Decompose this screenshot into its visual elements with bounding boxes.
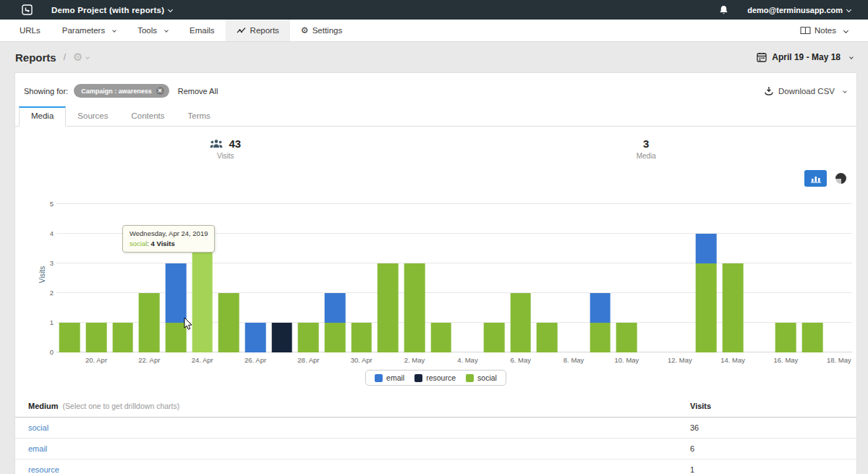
chart-day-may-12: 12. May bbox=[666, 204, 693, 352]
bar-stack bbox=[271, 323, 292, 352]
bar-segment-social[interactable] bbox=[325, 323, 346, 352]
bar-segment-social[interactable] bbox=[802, 323, 823, 352]
page-header: Reports / ⚙ April 19 - May 18 bbox=[0, 42, 868, 72]
nav-item-parameters[interactable]: Parameters bbox=[51, 20, 127, 41]
nav-item-tools[interactable]: Tools bbox=[127, 20, 179, 41]
main-nav: URLs Parameters Tools Emails Reports ⚙ S… bbox=[0, 20, 868, 42]
chart-day-apr-28: 28. Apr bbox=[295, 204, 322, 352]
nav-label: Settings bbox=[312, 26, 343, 35]
stat-media: 3 Media bbox=[436, 137, 857, 160]
bar-segment-social[interactable] bbox=[86, 323, 107, 352]
project-selector[interactable]: Demo Project (with reports) bbox=[51, 6, 172, 14]
download-csv-button[interactable]: Download CSV bbox=[764, 86, 846, 96]
bar-segment-social[interactable] bbox=[139, 293, 160, 352]
legend-item-social[interactable]: social bbox=[466, 373, 497, 382]
legend-item-email[interactable]: email bbox=[375, 373, 404, 382]
bar-segment-email[interactable] bbox=[696, 234, 717, 263]
x-tick-label: 6. May bbox=[510, 356, 531, 364]
x-tick-label: 22. Apr bbox=[138, 356, 160, 364]
bar-stack bbox=[59, 323, 80, 352]
tab-media[interactable]: Media bbox=[19, 106, 66, 127]
report-settings-button[interactable]: ⚙ bbox=[73, 51, 89, 64]
legend-box: emailresourcesocial bbox=[365, 370, 506, 386]
bar-chart-toggle-button[interactable] bbox=[804, 170, 827, 187]
bar-stack bbox=[616, 323, 637, 352]
filter-bar: Showing for: Campaign : awareness ✕ Remo… bbox=[15, 73, 856, 104]
tab-contents[interactable]: Contents bbox=[120, 106, 176, 127]
bar-segment-social[interactable] bbox=[218, 293, 239, 352]
bar-segment-email[interactable] bbox=[590, 293, 610, 323]
filter-chip-campaign-awareness[interactable]: Campaign : awareness ✕ bbox=[74, 84, 169, 98]
medium-link-resource[interactable]: resource bbox=[28, 465, 59, 474]
bar-stack bbox=[298, 323, 319, 352]
tab-sources[interactable]: Sources bbox=[66, 106, 119, 127]
medium-link-email[interactable]: email bbox=[28, 444, 47, 453]
nav-item-settings[interactable]: ⚙ Settings bbox=[290, 20, 353, 41]
remove-all-button[interactable]: Remove All bbox=[178, 87, 218, 96]
bar-stack bbox=[325, 293, 346, 352]
x-tick-label: 14. May bbox=[720, 356, 745, 364]
topbar: Demo Project (with reports) demo@terminu… bbox=[0, 0, 868, 20]
medium-cell: resource bbox=[15, 465, 690, 474]
pie-chart-toggle-button[interactable] bbox=[835, 173, 846, 184]
notifications-bell-icon[interactable] bbox=[719, 5, 728, 15]
bar-segment-social[interactable] bbox=[298, 323, 319, 352]
tooltip-value-line: social: 4 Visits bbox=[129, 240, 208, 247]
bar-segment-social[interactable] bbox=[590, 323, 610, 352]
x-tick-label: 8. May bbox=[563, 356, 584, 364]
stat-visits: 43 Visits bbox=[15, 137, 436, 160]
bar-stack bbox=[112, 323, 133, 352]
bar-segment-social[interactable] bbox=[696, 263, 717, 352]
bar-segment-resource[interactable] bbox=[271, 323, 292, 352]
bar-segment-social[interactable] bbox=[112, 323, 133, 352]
date-range-picker[interactable]: April 19 - May 18 bbox=[757, 52, 853, 62]
bar-segment-social[interactable] bbox=[404, 263, 425, 352]
chart-day-may-18: 18. May bbox=[825, 204, 852, 352]
visits-cell: 1 bbox=[690, 465, 856, 474]
bar-segment-social[interactable] bbox=[510, 293, 531, 352]
download-icon bbox=[764, 86, 774, 96]
table-row-social: social36 bbox=[15, 418, 856, 439]
nav-item-urls[interactable]: URLs bbox=[9, 20, 51, 41]
nav-item-emails[interactable]: Emails bbox=[179, 20, 226, 41]
bar-segment-social[interactable] bbox=[351, 323, 372, 352]
app-logo-icon[interactable] bbox=[22, 4, 33, 15]
nav-spacer bbox=[353, 20, 793, 41]
chevron-down-icon bbox=[843, 27, 848, 33]
remove-filter-icon[interactable]: ✕ bbox=[156, 87, 164, 95]
bar-segment-social[interactable] bbox=[775, 323, 796, 352]
bar-segment-email[interactable] bbox=[245, 323, 266, 352]
nav-item-reports[interactable]: Reports bbox=[226, 20, 290, 41]
chart-day-apr-30: 30. Apr bbox=[348, 204, 375, 352]
legend-item-resource[interactable]: resource bbox=[414, 373, 456, 382]
nav-label: Reports bbox=[250, 26, 279, 35]
bar-segment-social[interactable] bbox=[484, 323, 505, 352]
bar-segment-social[interactable] bbox=[616, 323, 637, 352]
bar-segment-social[interactable] bbox=[59, 323, 80, 352]
user-account-menu[interactable]: demo@terminusapp.com bbox=[747, 6, 851, 14]
tab-terms[interactable]: Terms bbox=[176, 106, 222, 127]
medium-column-note: (Select one to get drilldown charts) bbox=[63, 402, 180, 410]
bar-segment-social[interactable] bbox=[378, 263, 399, 352]
chart-day-apr-27 bbox=[268, 204, 295, 352]
chevron-down-icon bbox=[86, 55, 90, 59]
bar-segment-email[interactable] bbox=[325, 293, 346, 323]
chart-day-may-5 bbox=[481, 204, 508, 352]
bar-segment-social[interactable] bbox=[723, 263, 744, 352]
bar-segment-social[interactable] bbox=[430, 323, 451, 352]
chart-day-may-1 bbox=[375, 204, 401, 352]
chevron-down-icon bbox=[849, 55, 854, 59]
bar-segment-email[interactable] bbox=[166, 263, 187, 323]
medium-link-social[interactable]: social bbox=[28, 423, 48, 432]
chevron-down-icon bbox=[843, 89, 847, 93]
bar-segment-social[interactable] bbox=[537, 323, 558, 352]
notes-menu[interactable]: Notes bbox=[793, 20, 855, 41]
chart-day-may-7 bbox=[534, 204, 561, 352]
visits-cell: 6 bbox=[690, 444, 856, 453]
tooltip-value: 4 Visits bbox=[151, 240, 175, 247]
summary-stats: 43 Visits 3 Media bbox=[15, 137, 856, 160]
bar-chart-icon bbox=[811, 174, 821, 183]
table-row-email: email6 bbox=[15, 439, 856, 460]
visits-column-title: Visits bbox=[690, 402, 856, 410]
bar-stack bbox=[484, 323, 505, 352]
